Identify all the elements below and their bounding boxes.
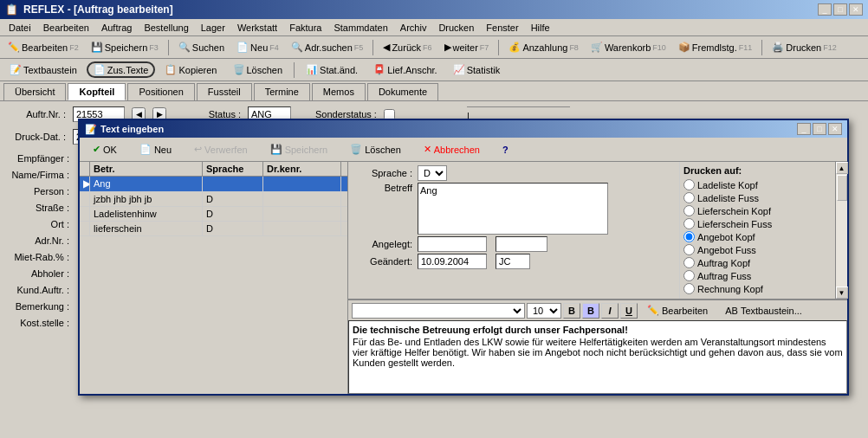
tab-termine[interactable]: Termine bbox=[254, 83, 310, 100]
drucken-rechnung-kopf[interactable]: Rechnung Kopf bbox=[683, 282, 832, 295]
drucken-auftrag-kopf[interactable]: Auftrag Kopf bbox=[683, 256, 832, 269]
statistik-icon: 📈 bbox=[453, 64, 465, 75]
font-size-select[interactable]: 10 bbox=[527, 303, 561, 319]
suchen-button[interactable]: 🔍 Suchen bbox=[174, 40, 229, 55]
warenkorb-button[interactable]: 🛒 Warenkorb F10 bbox=[586, 40, 670, 55]
tab-uebersicht[interactable]: Übersicht bbox=[3, 83, 66, 100]
tab-kopfteil[interactable]: Kopfteil bbox=[68, 83, 126, 100]
drucken-lieferschein-kopf[interactable]: Lieferschein Kopf bbox=[683, 204, 832, 217]
bold2-button[interactable]: B bbox=[582, 303, 599, 319]
abbrechen-button[interactable]: ✕ Abbrechen bbox=[416, 141, 488, 158]
dialog-minimize-button[interactable]: _ bbox=[797, 123, 811, 135]
tab-memos[interactable]: Memos bbox=[312, 83, 366, 100]
close-button[interactable]: ✕ bbox=[849, 3, 863, 16]
minimize-button[interactable]: _ bbox=[818, 3, 832, 16]
menu-hilfe[interactable]: Hilfe bbox=[526, 21, 555, 34]
table-row[interactable]: lieferschein D bbox=[80, 222, 347, 236]
stat-aend-button[interactable]: 📊 Stat.änd. bbox=[300, 62, 364, 77]
italic-button[interactable]: I bbox=[601, 303, 619, 319]
menu-auftrag[interactable]: Auftrag bbox=[96, 21, 137, 34]
fremdlstg-button[interactable]: 📦 Fremdlstg. F11 bbox=[674, 40, 756, 55]
menu-bearbeiten[interactable]: Bearbeiten bbox=[38, 21, 94, 34]
adr-suchen-icon: 🔍 bbox=[291, 42, 303, 53]
underline-button[interactable]: U bbox=[620, 303, 638, 319]
angelegt-input2[interactable] bbox=[496, 236, 547, 252]
menu-drucken[interactable]: Drucken bbox=[433, 21, 479, 34]
drucken-angebot-kopf[interactable]: Angebot Kopf bbox=[683, 230, 832, 243]
dialog-toolbar: ✔ OK 📄 Neu ↩ Verwerfen 💾 Speichern 🗑️ bbox=[80, 138, 847, 162]
dialog-table-panel: Betr. Sprache Dr.kenr. ▶ Ang bbox=[80, 162, 348, 394]
drucken-toolbar-button[interactable]: 🖨️ Drucken F12 bbox=[768, 40, 840, 55]
drucken-ladeliste-kopf[interactable]: Ladeliste Kopf bbox=[683, 178, 832, 191]
main-window: 📋 REFLEX - [Auftrag bearbeiten] _ □ ✕ Da… bbox=[0, 0, 868, 438]
drucken-ladeliste-fuss[interactable]: Ladeliste Fuss bbox=[683, 191, 832, 204]
drucken-icon: 🖨️ bbox=[772, 42, 784, 53]
ok-button[interactable]: ✔ OK bbox=[85, 141, 125, 158]
row-sprache: D bbox=[203, 207, 263, 221]
drucken-angebot-fuss[interactable]: Angebot Fuss bbox=[683, 243, 832, 256]
text-content[interactable]: Die technische Betreuung erfolgt durch u… bbox=[348, 320, 847, 394]
menu-faktura[interactable]: Faktura bbox=[284, 21, 327, 34]
text-bold-line: Die technische Betreuung erfolgt durch u… bbox=[353, 325, 843, 335]
anzahlung-button[interactable]: 💰 Anzahlung F8 bbox=[504, 40, 583, 55]
abholer-label: Abholer : bbox=[9, 268, 69, 279]
dialog-maximize-button[interactable]: □ bbox=[813, 123, 826, 135]
drucken-auftrag-fuss[interactable]: Auftrag Fuss bbox=[683, 269, 832, 282]
bearbeiten-text-button[interactable]: ✏️ Bearbeiten bbox=[639, 302, 716, 319]
neu-button[interactable]: 📄 Neu F4 bbox=[232, 40, 283, 55]
drucken-lieferschein-fuss[interactable]: Lieferschein Fuss bbox=[683, 217, 832, 230]
help-button[interactable]: ? bbox=[495, 142, 516, 158]
textbaustein-button[interactable]: 📝 Textbaustein bbox=[3, 62, 83, 77]
loeschen-toolbar-button[interactable]: 🗑️ Löschen bbox=[227, 62, 289, 77]
dialog-close-button[interactable]: ✕ bbox=[828, 123, 842, 135]
sep2 bbox=[372, 40, 373, 55]
angelegt-input1[interactable] bbox=[418, 236, 487, 252]
bemerkung-label: Bemerkung : bbox=[9, 301, 69, 312]
speichern-button[interactable]: 💾 Speichern F3 bbox=[87, 40, 163, 55]
statistik-button[interactable]: 📈 Statistik bbox=[447, 62, 507, 77]
row-sprache bbox=[203, 177, 263, 191]
scroll-thumb[interactable] bbox=[837, 175, 847, 201]
dialog-right-panel: Sprache : D Betreff Ang bbox=[348, 162, 847, 394]
table-row[interactable]: jzbh jhb jbh jb D bbox=[80, 192, 347, 207]
lief-anschr-button[interactable]: 📮 Lief.Anschr. bbox=[367, 62, 443, 77]
zus-texte-button[interactable]: 📄 Zus.Texte bbox=[87, 61, 156, 78]
font-select[interactable] bbox=[352, 303, 525, 319]
textbaustein-icon: 📝 bbox=[10, 64, 22, 75]
weiter-toolbar-button[interactable]: ▶ weiter F7 bbox=[440, 40, 494, 55]
menu-archiv[interactable]: Archiv bbox=[395, 21, 432, 34]
dialog-table-header: Betr. Sprache Dr.kenr. bbox=[80, 162, 347, 177]
menu-datei[interactable]: Datei bbox=[3, 21, 36, 34]
menu-bestellung[interactable]: Bestellung bbox=[139, 21, 193, 34]
sprache-select[interactable]: D bbox=[418, 165, 447, 181]
loeschen-dlg-button[interactable]: 🗑️ Löschen bbox=[342, 141, 409, 158]
adr-suchen-button[interactable]: 🔍 Adr.suchen F5 bbox=[287, 40, 368, 55]
table-row[interactable]: ▶ Ang bbox=[80, 177, 347, 192]
maximize-button[interactable]: □ bbox=[833, 3, 847, 16]
geaendert-input[interactable] bbox=[418, 254, 487, 269]
tab-dokumente[interactable]: Dokumente bbox=[367, 83, 438, 100]
zurueck-toolbar-button[interactable]: ◀ Zurück F6 bbox=[379, 40, 436, 55]
row-sprache: D bbox=[203, 222, 263, 235]
kopieren-button[interactable]: 📋 Kopieren bbox=[159, 62, 223, 77]
empfaenger-label: Empfänger : bbox=[9, 153, 69, 164]
menu-lager[interactable]: Lager bbox=[196, 21, 230, 34]
textbaustein-dlg-button[interactable]: AB Textbaustein... bbox=[717, 303, 810, 319]
tab-fussteil[interactable]: Fussteil bbox=[197, 83, 252, 100]
scroll-down-button[interactable]: ▼ bbox=[836, 287, 848, 299]
menu-fenster[interactable]: Fenster bbox=[481, 21, 523, 34]
menu-werkstatt[interactable]: Werkstatt bbox=[232, 21, 282, 34]
betreff-input[interactable]: Ang bbox=[418, 183, 608, 235]
scroll-track[interactable] bbox=[836, 174, 847, 287]
loeschen-icon: 🗑️ bbox=[233, 64, 245, 75]
table-row[interactable]: Ladelistenhinw D bbox=[80, 207, 347, 222]
bold-button[interactable]: B bbox=[563, 303, 580, 319]
tab-positionen[interactable]: Positionen bbox=[127, 83, 194, 100]
geaendert-user-input[interactable] bbox=[496, 254, 530, 269]
menu-stammdaten[interactable]: Stammdaten bbox=[328, 21, 392, 34]
scroll-up-button[interactable]: ▲ bbox=[836, 162, 848, 174]
bearbeiten-button[interactable]: ✏️ Bearbeiten F2 bbox=[3, 40, 83, 55]
stat-aend-icon: 📊 bbox=[306, 64, 318, 75]
betreff-label: Betreff bbox=[352, 183, 412, 193]
dialog-neu-button[interactable]: 📄 Neu bbox=[132, 141, 179, 158]
